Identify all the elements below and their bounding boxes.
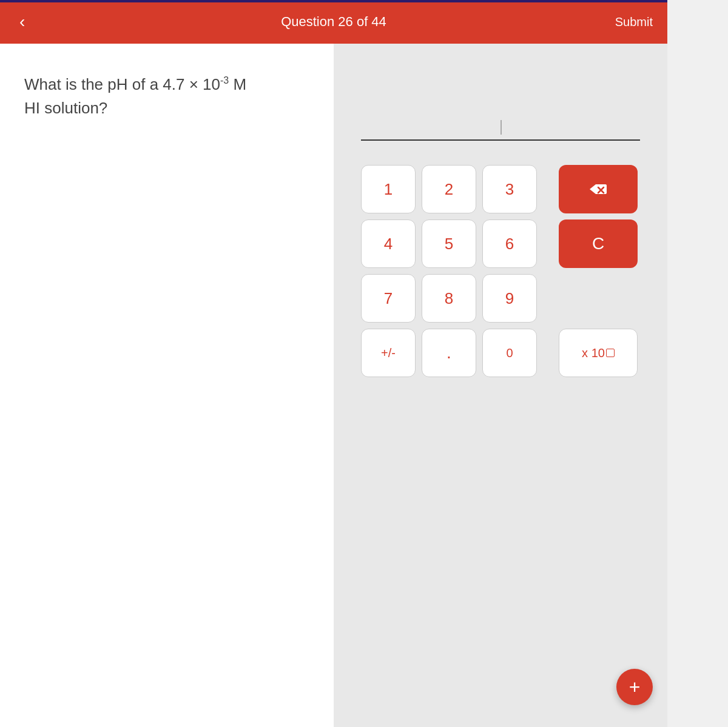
spacer-4 <box>543 329 553 377</box>
exponent: -3 <box>220 75 229 85</box>
top-bar <box>0 0 667 2</box>
key-9[interactable]: 9 <box>482 274 537 323</box>
key-4[interactable]: 4 <box>361 219 416 268</box>
main-layout: What is the pH of a 4.7 × 10-3 MHI solut… <box>0 44 667 727</box>
back-button[interactable]: ‹ <box>15 11 30 33</box>
answer-display[interactable] <box>361 116 640 141</box>
clear-button[interactable]: C <box>559 219 638 268</box>
backspace-button[interactable] <box>559 165 638 213</box>
keypad: 1 2 3 4 5 6 C 7 8 9 +/- <box>361 165 640 377</box>
question-text: What is the pH of a 4.7 × 10-3 MHI solut… <box>24 73 309 120</box>
empty-slot <box>559 274 638 323</box>
spacer-1 <box>543 165 553 213</box>
spacer-3 <box>543 274 553 323</box>
key-x10[interactable]: x 10 <box>559 329 638 377</box>
key-8[interactable]: 8 <box>422 274 476 323</box>
input-area <box>361 116 640 141</box>
key-decimal[interactable]: . <box>422 329 476 377</box>
key-7[interactable]: 7 <box>361 274 416 323</box>
key-5[interactable]: 5 <box>422 219 476 268</box>
submit-button[interactable]: Submit <box>615 15 653 29</box>
key-1[interactable]: 1 <box>361 165 416 213</box>
key-2[interactable]: 2 <box>422 165 476 213</box>
fab-button[interactable]: + <box>616 669 653 705</box>
key-0[interactable]: 0 <box>482 329 537 377</box>
key-6[interactable]: 6 <box>482 219 537 268</box>
answer-panel: 1 2 3 4 5 6 C 7 8 9 +/- <box>334 44 667 727</box>
question-panel: What is the pH of a 4.7 × 10-3 MHI solut… <box>0 44 334 727</box>
key-3[interactable]: 3 <box>482 165 537 213</box>
question-counter: Question 26 of 44 <box>281 14 386 30</box>
x10-superscript-box <box>606 349 615 357</box>
header: ‹ Question 26 of 44 Submit <box>0 0 667 44</box>
spacer-2 <box>543 219 553 268</box>
key-plus-minus[interactable]: +/- <box>361 329 416 377</box>
